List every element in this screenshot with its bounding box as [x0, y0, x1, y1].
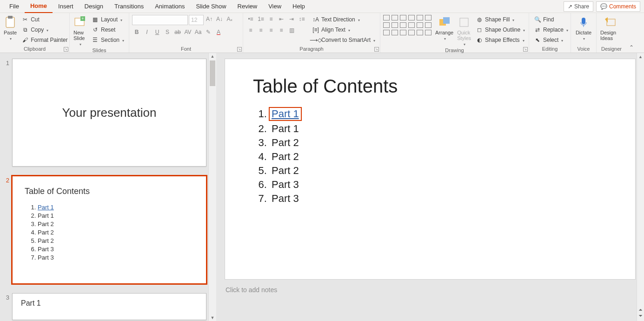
collapse-ribbon-icon[interactable]: ⌃ — [629, 44, 634, 51]
shapes-gallery[interactable] — [383, 15, 432, 36]
thumb-number: 2 — [2, 176, 12, 184]
comments-button[interactable]: 💬Comments — [596, 1, 640, 12]
arrange-button[interactable]: Arrange — [434, 15, 454, 42]
search-icon: 🔍 — [534, 16, 541, 23]
scroll-handle[interactable] — [210, 60, 215, 86]
shape-effects-button[interactable]: ◐Shape Effects — [474, 35, 527, 45]
new-slide-button[interactable]: + New Slide — [73, 15, 88, 47]
toc-link-part1[interactable]: Part 1 — [272, 108, 299, 120]
slide-content-list[interactable]: Part 1 Part 1 Part 2 Part 2 Part 2 Part … — [253, 107, 607, 205]
drawing-launcher-icon[interactable]: ↘ — [523, 47, 528, 52]
list-item[interactable]: Part 1 — [270, 123, 607, 135]
increase-font-icon[interactable]: A↑ — [205, 15, 214, 23]
tab-home[interactable]: Home — [25, 0, 53, 13]
font-size-combo[interactable]: 12 — [189, 15, 204, 25]
highlight-icon[interactable]: ✎ — [204, 28, 213, 36]
paragraph-launcher-icon[interactable]: ↘ — [374, 47, 379, 52]
font-name-combo[interactable] — [132, 15, 188, 25]
tab-view[interactable]: View — [263, 0, 287, 13]
columns-icon[interactable]: ▥ — [287, 26, 296, 34]
thumbnail-scrollbar[interactable]: ▲ ▼ — [208, 53, 216, 321]
next-slide-icon[interactable]: ⏷ — [637, 313, 644, 319]
tab-slideshow[interactable]: Slide Show — [190, 0, 232, 13]
dictate-button[interactable]: Dictate — [574, 15, 593, 42]
dec-indent-icon[interactable]: ⇤ — [277, 15, 286, 23]
shape-fill-button[interactable]: ◍Shape Fill — [474, 15, 527, 24]
layout-icon: ▦ — [92, 16, 99, 23]
thumbnail-slide-2[interactable]: Table of Contents Part 1 Part 1 Part 2 P… — [12, 176, 206, 284]
notes-placeholder[interactable]: Click to add notes — [225, 284, 636, 295]
text-direction-button[interactable]: ↕AText Direction — [310, 15, 377, 24]
layout-button[interactable]: ▦Layout — [90, 15, 126, 24]
font-launcher-icon[interactable]: ↘ — [237, 47, 242, 52]
shadow-icon[interactable]: S — [163, 28, 172, 36]
align-text-icon: [≡] — [312, 26, 319, 33]
thumb-number: 3 — [2, 293, 12, 301]
group-label-clipboard: Clipboard — [3, 46, 66, 53]
scroll-down-icon[interactable]: ▼ — [210, 314, 215, 321]
replace-icon: ⇄ — [534, 26, 541, 33]
shape-outline-button[interactable]: ◻Shape Outline — [474, 25, 527, 34]
thumbnail-panel: 1 Your presentation 2 Table of Contents … — [0, 53, 216, 321]
format-painter-button[interactable]: 🖌Format Painter — [20, 35, 69, 45]
find-button[interactable]: 🔍Find — [532, 15, 570, 24]
clipboard-launcher-icon[interactable]: ↘ — [64, 47, 68, 52]
arrange-icon — [438, 16, 451, 29]
tab-insert[interactable]: Insert — [53, 0, 79, 13]
slide-canvas[interactable]: Table of Contents Part 1 Part 1 Part 2 P… — [225, 59, 636, 280]
char-spacing-icon[interactable]: AV — [183, 28, 193, 36]
change-case-icon[interactable]: Aa — [193, 28, 203, 36]
tab-file[interactable]: File — [4, 0, 25, 13]
font-color-icon[interactable]: A — [214, 28, 223, 36]
list-item[interactable]: Part 2 — [270, 137, 607, 149]
design-ideas-button[interactable]: Design Ideas — [599, 15, 622, 42]
thumb-title: Table of Contents — [25, 187, 194, 196]
bold-icon[interactable]: B — [132, 28, 141, 36]
replace-button[interactable]: ⇄Replace — [532, 25, 570, 34]
list-item[interactable]: Part 3 — [270, 179, 607, 191]
scroll-up-icon[interactable]: ▲ — [210, 53, 215, 60]
align-left-icon[interactable]: ≡ — [246, 26, 255, 34]
quick-styles-button[interactable]: Quick Styles — [456, 15, 472, 47]
italic-icon[interactable]: I — [142, 28, 152, 36]
decrease-font-icon[interactable]: A↓ — [215, 15, 224, 23]
list-level-icon[interactable]: ≡ — [266, 15, 276, 23]
strike-icon[interactable]: ab — [173, 28, 182, 36]
svg-rect-8 — [582, 18, 585, 24]
tab-transitions[interactable]: Transitions — [109, 0, 149, 13]
tab-animations[interactable]: Animations — [149, 0, 190, 13]
canvas-scrollbar[interactable]: ▲ ⏶ ⏷ — [637, 53, 644, 321]
inc-indent-icon[interactable]: ⇥ — [287, 15, 296, 23]
align-right-icon[interactable]: ≡ — [266, 26, 276, 34]
align-text-button[interactable]: [≡]Align Text — [310, 25, 377, 34]
select-button[interactable]: ⬉Select — [532, 35, 570, 45]
prev-slide-icon[interactable]: ⏶ — [637, 307, 644, 313]
tab-review[interactable]: Review — [232, 0, 263, 13]
copy-button[interactable]: ⧉Copy — [20, 25, 69, 34]
svg-rect-0 — [6, 17, 14, 27]
list-item[interactable]: Part 2 — [270, 151, 607, 163]
tab-design[interactable]: Design — [79, 0, 109, 13]
reset-button[interactable]: ↺Reset — [90, 25, 126, 34]
convert-smartart-button[interactable]: ⟶◇Convert to SmartArt — [310, 35, 377, 45]
cut-button[interactable]: ✂Cut — [20, 15, 69, 24]
slide-title[interactable]: Table of Contents — [253, 76, 607, 97]
align-center-icon[interactable]: ≡ — [256, 26, 266, 34]
numbering-icon[interactable]: 1≡ — [256, 15, 266, 23]
justify-icon[interactable]: ≡ — [277, 26, 286, 34]
thumbnail-slide-3[interactable]: Part 1 — [12, 293, 206, 320]
list-item[interactable]: Part 3 — [270, 193, 607, 205]
thumb-title: Part 1 — [21, 299, 198, 308]
list-item[interactable]: Part 2 — [270, 165, 607, 177]
scroll-up-icon[interactable]: ▲ — [637, 53, 644, 60]
line-spacing-icon[interactable]: ↕≡ — [297, 15, 306, 23]
share-button[interactable]: ↗Share — [564, 1, 593, 12]
section-button[interactable]: ☰Section — [90, 35, 126, 45]
underline-icon[interactable]: U — [153, 28, 162, 36]
tab-help[interactable]: Help — [287, 0, 311, 13]
paste-button[interactable]: Paste — [3, 15, 18, 42]
clear-format-icon[interactable]: Aₓ — [225, 15, 234, 23]
bullets-icon[interactable]: •≡ — [246, 15, 255, 23]
thumbnail-slide-1[interactable]: Your presentation — [12, 59, 206, 167]
hyperlink-highlight[interactable]: Part 1 — [269, 107, 302, 121]
